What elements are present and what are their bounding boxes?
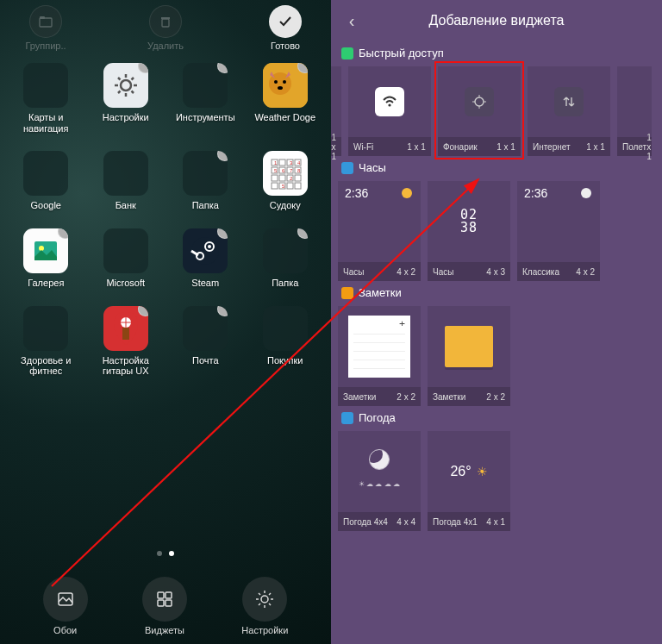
done-button[interactable]: Готово [255, 5, 315, 51]
app-label: Google [31, 200, 61, 211]
widget-picker-pane: ‹ Добавление виджета Быстрый доступк1 x … [331, 0, 662, 644]
widget-card[interactable]: +Заметки2 x 2 [338, 306, 421, 406]
widget-card[interactable]: ☀ ☁ ☁ ☁ ☁ Погода 4x44 x 4 [338, 431, 421, 531]
homescreen-edit-pane: Группир.. Удалить Готово Карты и навигац… [0, 0, 331, 644]
app-item[interactable]: Настройки [89, 63, 164, 134]
section-icon [341, 287, 353, 299]
app-icon [183, 228, 228, 273]
toggle-icon [554, 87, 584, 116]
svg-line-65 [259, 603, 260, 605]
widgets-button[interactable]: Виджеты [142, 577, 187, 635]
svg-point-15 [274, 80, 278, 84]
app-item[interactable]: 134567825Судоку [248, 151, 323, 211]
app-label: Покупки [267, 355, 303, 366]
svg-point-45 [191, 237, 219, 265]
widget-name: Wi-Fi [353, 142, 373, 152]
app-item[interactable]: Папка [248, 228, 323, 289]
app-item[interactable]: Папка [168, 151, 243, 211]
app-item[interactable]: Почта [168, 306, 243, 377]
app-item[interactable]: Галерея [9, 228, 84, 289]
widget-card[interactable]: 26°☀Погода 4x14 x 1 [428, 431, 510, 531]
group-button[interactable]: Группир.. [16, 5, 76, 51]
app-label: Галерея [28, 278, 64, 289]
app-item[interactable]: Карты и навигация [9, 63, 84, 134]
widget-footer: Заметки2 x 2 [338, 387, 421, 406]
done-label: Готово [271, 41, 300, 51]
section-notes: Заметки+Заметки2 x 2Заметки2 x 2 [331, 281, 662, 406]
section-icon [341, 47, 353, 59]
section-clock: Часы2:36Часы4 x 20238Часы4 x 32:36Класси… [331, 156, 662, 281]
app-icon [263, 63, 308, 108]
toggle-icon [465, 87, 494, 116]
app-icon [263, 228, 308, 273]
section-icon [341, 162, 353, 174]
app-item[interactable]: Покупки [248, 306, 323, 377]
app-item[interactable]: Инструменты [168, 63, 243, 134]
settings-button[interactable]: Настройки [241, 577, 288, 635]
svg-point-16 [283, 80, 286, 84]
widget-preview: 26°☀ [428, 431, 510, 512]
selection-dot[interactable] [217, 306, 228, 316]
selection-dot[interactable] [297, 228, 308, 239]
widget-card[interactable]: 0238Часы4 x 3 [428, 181, 510, 281]
svg-point-47 [208, 245, 211, 248]
svg-line-10 [131, 91, 134, 94]
app-item[interactable]: Банк [89, 151, 164, 211]
svg-rect-42 [295, 183, 301, 189]
svg-rect-20 [279, 159, 285, 166]
app-icon [183, 306, 228, 351]
app-item[interactable]: Настройка гитары UX [89, 306, 164, 377]
app-icon [103, 306, 148, 351]
section-title: Часы [359, 161, 386, 174]
widget-name: Часы [433, 267, 453, 277]
widget-footer: Wi-Fi1 x 1 [348, 137, 431, 156]
svg-rect-1 [40, 16, 45, 19]
svg-rect-0 [40, 18, 52, 27]
selection-dot[interactable] [217, 63, 228, 73]
widget-card[interactable]: Заметки2 x 2 [428, 306, 510, 406]
svg-point-4 [121, 80, 131, 91]
widget-name: Заметки [433, 392, 465, 402]
page-dot[interactable] [157, 551, 162, 556]
widget-preview [348, 66, 431, 137]
app-item[interactable]: Weather Doge [248, 63, 323, 134]
widget-footer: Классика4 x 2 [517, 262, 600, 281]
widget-preview [331, 66, 341, 137]
widget-size: 1 x 1 [496, 142, 515, 152]
trash-icon [159, 15, 172, 28]
widget-card[interactable]: 2:36Часы4 x 2 [338, 181, 421, 281]
svg-rect-34 [279, 175, 285, 181]
app-label: Папка [272, 278, 298, 289]
widget-card[interactable]: Полет1 x 1 [617, 66, 652, 156]
app-icon [183, 151, 228, 196]
selection-dot[interactable] [138, 63, 148, 73]
app-label: Здоровье и фитнес [9, 355, 84, 377]
app-item[interactable]: Microsoft [89, 228, 164, 289]
widget-card[interactable]: 2:36Классика4 x 2 [517, 181, 600, 281]
svg-rect-2 [162, 19, 169, 27]
svg-line-64 [269, 603, 271, 605]
wallpapers-button[interactable]: Обои [43, 577, 88, 635]
page-dot[interactable] [169, 551, 174, 556]
app-item[interactable]: Здоровье и фитнес [9, 306, 84, 377]
selection-dot[interactable] [217, 151, 228, 161]
app-item[interactable]: Steam [168, 228, 243, 289]
svg-rect-38 [272, 183, 278, 189]
app-label: Weather Doge [254, 112, 315, 123]
delete-button[interactable]: Удалить [135, 5, 196, 51]
widget-body[interactable]: Быстрый доступк1 x 1Wi-Fi1 x 1Фонарик1 x… [331, 41, 662, 644]
app-label: Почта [192, 355, 219, 366]
app-item[interactable]: Google [9, 151, 84, 211]
wallpapers-label: Обои [53, 625, 77, 635]
widget-card[interactable]: Интернет1 x 1 [528, 66, 610, 156]
widget-footer: Погода 4x14 x 1 [428, 512, 510, 531]
widget-footer: Полет1 x 1 [617, 137, 652, 156]
widget-preview [617, 66, 652, 137]
widget-name: Погода 4x1 [433, 517, 478, 527]
widget-preview: 2:36 [338, 181, 421, 262]
widget-card[interactable]: Фонарик1 x 1 [438, 66, 521, 156]
widget-card[interactable]: к1 x 1 [331, 66, 341, 156]
widget-footer: Часы4 x 2 [338, 262, 421, 281]
widget-card[interactable]: Wi-Fi1 x 1 [348, 66, 431, 156]
app-icon: 134567825 [263, 151, 308, 196]
